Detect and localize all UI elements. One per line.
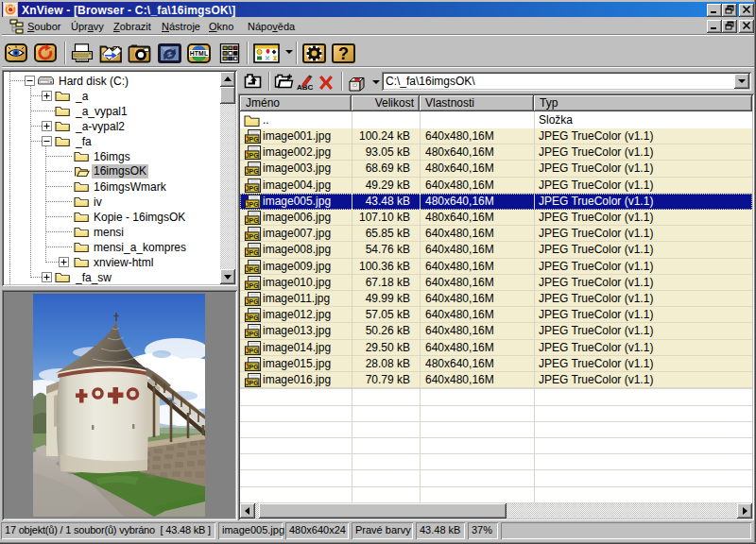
svg-text:?: ? — [338, 44, 349, 63]
svg-text:HTML: HTML — [190, 50, 209, 57]
